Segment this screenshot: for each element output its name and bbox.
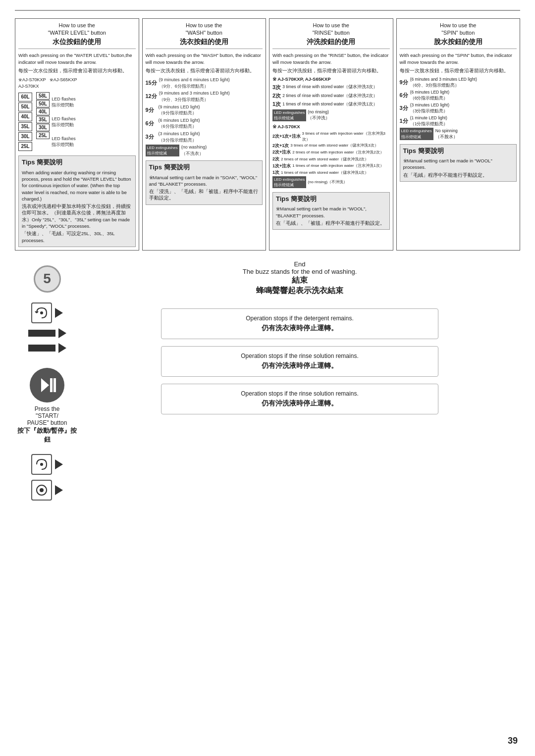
spin-times-list: 9分 (6 minutes and 3 minutes LED light)（6…: [400, 77, 517, 140]
wash-cycle-icon: [31, 302, 52, 323]
op-box-3-en: Operation stops if the rinse solution re…: [169, 390, 430, 397]
pause-button-area: Press the"START/PAUSE" button 按下『啟動/暫停』按…: [15, 368, 79, 444]
end-zh: 結束: [243, 275, 357, 286]
op-box-2-en: Operation stops if the rinse solution re…: [169, 353, 430, 359]
water-level-tips: Tips 簡要說明 When adding water during washi…: [18, 155, 136, 247]
tips-wl-zh2: 「快速」、「毛絨」可設定25L、30L、35L processes.: [22, 230, 132, 244]
wash-row-3: 3分 (3 minutes LED light)（3分指示燈點亮）: [146, 131, 263, 143]
prog-bar-2: [28, 345, 55, 352]
led-ext-rinse: LED extinguishes指示燈熄滅: [272, 109, 306, 121]
arrow-2: [58, 328, 66, 338]
tips-wl-en1: When adding water during washing or rins…: [22, 169, 132, 202]
arrow-5: [55, 485, 63, 495]
icon-row-1: [31, 302, 63, 323]
spin-intro-en: With each pressing on the "SPIN" button,…: [400, 52, 517, 65]
spin-icon: [31, 480, 52, 501]
end-desc-zh: 蜂鳴聲響起表示洗衣結束: [243, 286, 357, 296]
icon-row-5: [31, 480, 63, 501]
op-box-3-zh: 仍有沖洗液時停止運轉。: [169, 399, 430, 408]
water-level-title: How to use the"WATER LEVEL" button 水位按鈕的…: [18, 22, 136, 49]
tips-wl-zh1: 洗衣或沖洗過程中要加水時按下水位按鈕，持續按住即可加水。（到達最高水位後，將無法…: [22, 203, 132, 229]
pause-btn-icon: [30, 368, 64, 403]
arrow-4: [55, 459, 63, 469]
wash-row-12: 12分 (9 minutes and 3 minutes LED light)（…: [146, 90, 263, 102]
pause-en: Press the"START/PAUSE" button: [15, 405, 79, 426]
spin-icon-svg: [34, 483, 49, 498]
instruction-grid: How to use the"WATER LEVEL" button 水位按鈕的…: [15, 18, 520, 251]
step-5-circle: 5: [34, 265, 61, 293]
led-flash-2: LED flashes指示燈閃動: [52, 116, 76, 128]
rinse-entries-kx: 2次+1次+注水 3 times of rinse with injection…: [272, 131, 390, 188]
tips-rinse-en: ※Manual setting can't be made in "WOOL",…: [276, 205, 386, 219]
led-ext-rinse2: LED extinguishes指示燈熄滅: [272, 176, 306, 188]
bottom-section: 5: [15, 260, 520, 501]
rinse-model1: ※ AJ-S70KXP, AJ-S65KXP: [272, 76, 390, 82]
wash-row-15: 15分 (9 minutes and 6 minutes LED light)（…: [146, 77, 263, 89]
end-title: End The buzz stands for the end of washi…: [243, 260, 357, 296]
water-level-model: ※AJ-S70KXP ※AJ-S65KXPAJ-S70KX: [18, 77, 136, 89]
rinse-icon: [31, 454, 52, 475]
led-ext-spin: LED extinguishes指示燈熄滅: [400, 128, 433, 140]
wash-row-9: 9分 (9 minutes LED light)（9分指示燈點亮）: [146, 104, 263, 116]
tips-wash-en: ※Manual setting can't be made in "SOAK",…: [149, 174, 260, 188]
center-content: End The buzz stands for the end of washi…: [79, 260, 520, 501]
wl-col-left: 60L 50L 40L 35L 30L 25L: [18, 92, 32, 151]
svg-point-4: [40, 463, 43, 466]
spin-title: How to use the"SPIN" button 脫水按鈕的使用: [400, 22, 517, 49]
arrow-3: [58, 343, 66, 353]
end-en: End: [243, 260, 357, 268]
led-ext-wash: LED extinguishes指示燈熄滅: [146, 145, 179, 156]
end-desc-en: The buzz stands for the end of washing.: [243, 268, 357, 275]
tips-spin-en: ※Manual setting can't be made in "WOOL" …: [403, 157, 514, 171]
rinse-icon-svg: [34, 457, 49, 472]
water-level-diagram: 60L 50L 40L 35L 30L 25L: [18, 92, 136, 151]
svg-rect-3: [54, 378, 56, 392]
icon-row-4: [31, 454, 63, 475]
play-pause-icon: [38, 376, 56, 394]
wash-tips: Tips 簡要說明 ※Manual setting can't be made …: [146, 160, 263, 204]
rinse-tips: Tips 簡要說明 ※Manual setting can't be made …: [272, 192, 390, 230]
tips-title-spin: Tips 簡要說明: [403, 147, 514, 155]
led-flash-1: LED flashes指示燈閃動: [52, 96, 76, 108]
wash-title: How to use the"WASH" button 洗衣按鈕的使用: [146, 22, 263, 49]
op-box-1-zh: 仍有洗衣液時停止運轉。: [169, 324, 430, 333]
tips-title-wl: Tips 簡要說明: [22, 158, 132, 167]
svg-marker-1: [41, 378, 49, 392]
rinse-intro-zh: 每按一次沖洗按鈕，指示燈會沿著箭頭方向移動。: [272, 67, 390, 74]
svg-point-0: [40, 311, 43, 314]
led-flash-3: LED flashes指示燈閃動: [52, 136, 76, 148]
tips-wash-zh: 在「浸洗」、「毛絨」和「被毯」程序中不能進行手動設定。: [149, 188, 260, 202]
rinse-box: How to use the"RINSE" button 沖洗按鈕的使用 Wit…: [269, 18, 393, 251]
prog-bar-1: [28, 330, 55, 337]
rinse-model2: ※ AJ-S70KX: [272, 123, 390, 130]
page-number: 39: [508, 736, 518, 746]
pause-btn-text: Press the"START/PAUSE" button 按下『啟動/暫停』按…: [15, 405, 79, 444]
spin-tips: Tips 簡要說明 ※Manual setting can't be made …: [400, 144, 517, 182]
tips-title-rinse: Tips 簡要說明: [276, 195, 386, 203]
icon-row-2: [28, 328, 66, 338]
wash-box: How to use the"WASH" button 洗衣按鈕的使用 With…: [142, 18, 267, 251]
step-icons-col: 5: [15, 260, 79, 501]
pause-zh: 按下『啟動/暫停』按鈕: [15, 426, 79, 444]
svg-point-6: [40, 488, 44, 492]
water-level-intro-en: With each pressing on the "WATER LEVEL" …: [18, 52, 136, 65]
tips-rinse-zh: 在「毛絨」、「被毯」程序中不能進行手動設定。: [276, 220, 386, 226]
operation-boxes: Operation stops if the detergent remains…: [161, 308, 438, 414]
wash-row-off: LED extinguishes指示燈熄滅 (no washing)（不洗衣）: [146, 144, 263, 156]
wash-row-6: 6分 (6 minutes LED light)（6分指示燈點亮）: [146, 117, 263, 130]
rinse-intro-en: With each pressing on the "RINSE" button…: [272, 52, 390, 65]
svg-rect-2: [50, 378, 53, 392]
arrow-1: [55, 308, 63, 318]
op-box-2: Operation stops if the rinse solution re…: [161, 346, 438, 377]
rinse-title: How to use the"RINSE" button 沖洗按鈕的使用: [272, 22, 390, 49]
tips-title-wash: Tips 簡要說明: [149, 163, 260, 172]
wl-col-right: 58L 50L 40L 35L 30L 25L LED flashes指示燈閃動…: [36, 92, 76, 151]
icon-row-3: [28, 343, 66, 353]
water-level-box: How to use the"WATER LEVEL" button 水位按鈕的…: [15, 18, 139, 251]
op-box-1: Operation stops if the detergent remains…: [161, 308, 438, 339]
op-box-2-zh: 仍有沖洗液時停止運轉。: [169, 361, 430, 370]
wash-times-list: 15分 (9 minutes and 6 minutes LED light)（…: [146, 77, 263, 156]
spin-box: How to use the"SPIN" button 脫水按鈕的使用 With…: [396, 18, 521, 251]
wash-icon-svg: [34, 305, 49, 320]
op-box-3: Operation stops if the rinse solution re…: [161, 384, 438, 414]
